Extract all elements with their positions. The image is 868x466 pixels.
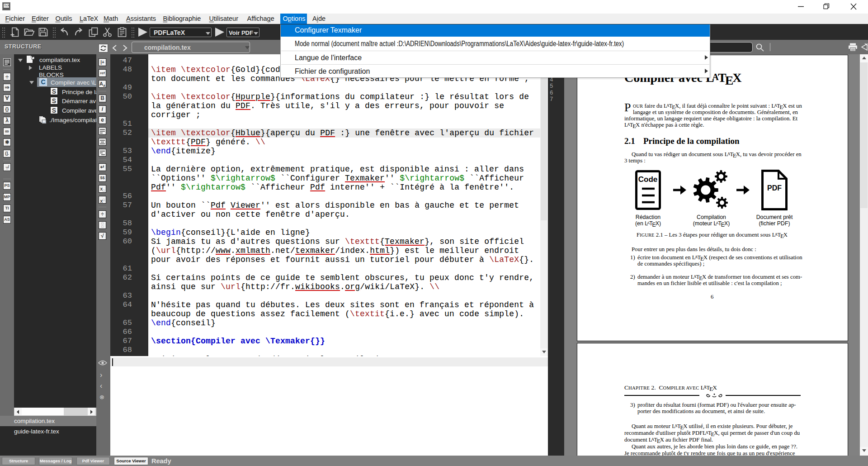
svg-text:Code: Code — [638, 175, 658, 184]
svg-text:PDF: PDF — [767, 184, 782, 192]
